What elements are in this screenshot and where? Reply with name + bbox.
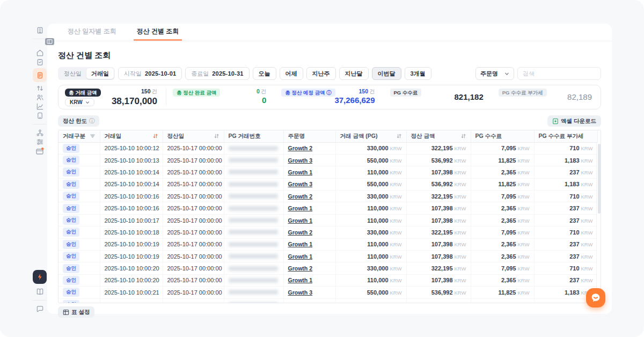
sort-icon[interactable]: [396, 133, 402, 139]
quick-range-3[interactable]: 지난달: [339, 67, 369, 80]
amount-cell: 110,000KRW: [335, 166, 406, 178]
search-input[interactable]: [517, 67, 601, 80]
order-name-link[interactable]: Growth 1: [288, 241, 313, 247]
column-header-3[interactable]: PG 거래번호: [224, 130, 283, 142]
chart-icon[interactable]: [33, 102, 47, 111]
sort-icon[interactable]: [152, 133, 158, 139]
order-name-link[interactable]: Growth 1: [288, 169, 313, 175]
filter-icon[interactable]: [90, 133, 96, 139]
quick-range-1[interactable]: 어제: [280, 67, 303, 80]
chat-icon[interactable]: [33, 304, 47, 313]
end-date-picker[interactable]: 종료일 2025-10-31: [185, 67, 249, 80]
order-name-link[interactable]: Growth 1: [288, 302, 313, 303]
pg-fee-cell: 7,095KRW: [471, 191, 534, 202]
order-name-link[interactable]: Growth 2: [288, 265, 313, 272]
order-name-link[interactable]: Growth 3: [288, 181, 313, 187]
search-category-select[interactable]: 주문명: [475, 67, 514, 80]
sort-icon[interactable]: [214, 133, 219, 139]
order-name-link[interactable]: Growth 2: [288, 145, 313, 151]
pg-fee-vat-cell: 237KRW: [534, 214, 597, 226]
trade-date-cell: 2025-10-10 10:00:20: [100, 274, 163, 286]
column-header-6[interactable]: 정산 금액: [406, 130, 471, 142]
settlement-table: 거래구분거래일정산일PG 거래번호주문명거래 금액 (PG)정산 금액PG 수수…: [58, 130, 601, 303]
pg-fee-cell: 2,365KRW: [471, 166, 534, 178]
trade-date-cell: 2025-10-10 10:00:12: [100, 142, 163, 154]
settlement-document-icon[interactable]: [33, 68, 47, 82]
start-date-picker[interactable]: 시작일 2025-10-01: [118, 67, 182, 80]
settlement-expected-value: 37,266,629: [334, 96, 375, 106]
date-type-settlement[interactable]: 정산일: [59, 68, 86, 79]
hierarchy-icon[interactable]: [33, 128, 47, 137]
home-icon[interactable]: [33, 48, 47, 57]
table-scrollbar[interactable]: [596, 143, 601, 303]
table-settings-button[interactable]: 표 설정: [58, 306, 94, 318]
pg-txn-blurred: [229, 194, 278, 199]
column-header-4[interactable]: 주문명: [283, 130, 335, 142]
order-name-link[interactable]: Growth 3: [288, 289, 313, 296]
pg-fee-cell: 2,365KRW: [471, 238, 534, 250]
transfer-icon[interactable]: [33, 84, 47, 93]
quick-range-2[interactable]: 지난주: [306, 67, 336, 80]
pg-txn-blurred: [229, 230, 278, 235]
status-badge: 승인: [63, 240, 79, 249]
column-header-2[interactable]: 정산일: [163, 130, 224, 142]
excel-download-button[interactable]: 엑셀 다운로드: [547, 115, 601, 127]
order-name-link[interactable]: Growth 3: [288, 157, 313, 164]
amount-cell: 550,000KRW: [335, 287, 406, 298]
column-header-8[interactable]: PG 수수료 부가세: [534, 130, 597, 142]
excel-file-icon: [552, 118, 559, 124]
clipboard-icon[interactable]: [33, 57, 47, 67]
settle-date-cell: 2025-10-17 00:00:00: [163, 178, 224, 190]
total-transaction-badge: 총 거래 금액: [65, 89, 101, 97]
tab-settlement-by-date[interactable]: 정산 일자별 조회: [64, 24, 120, 41]
total-transaction-count: 150: [141, 88, 151, 94]
order-name-link[interactable]: Growth 2: [288, 193, 313, 200]
quick-range-0[interactable]: 오늘: [253, 67, 276, 80]
pg-fee-cell: 11,825KRW: [471, 287, 534, 298]
order-name-link[interactable]: Growth 2: [288, 229, 313, 236]
settlement-limit-button[interactable]: 정산 한도ⓘ: [58, 115, 99, 127]
pg-txn-blurred: [229, 146, 278, 151]
order-name-link[interactable]: Growth 1: [288, 253, 313, 260]
app-window: 정산 일자별 조회 정산 건별 조회 정산 건별 조회 정산일 거래일 시작일 …: [0, 0, 644, 337]
status-badge: 승인: [63, 288, 79, 297]
order-name-link[interactable]: Growth 1: [288, 277, 313, 283]
currency-select[interactable]: KRW: [65, 98, 94, 106]
tab-settlement-by-item[interactable]: 정산 건별 조회: [134, 24, 182, 41]
table-row: 승인2025-10-10 10:00:162025-10-17 00:00:00…: [58, 191, 597, 202]
table-row: 승인2025-10-10 10:00:142025-10-17 00:00:00…: [58, 166, 597, 178]
info-icon: ⓘ: [326, 90, 332, 96]
column-header-7[interactable]: PG 수수료: [471, 130, 534, 142]
settle-amount-cell: 322,195KRW: [406, 262, 471, 274]
scrollbar-thumb[interactable]: [598, 144, 601, 214]
sort-icon[interactable]: [460, 133, 466, 139]
settle-amount-cell: 322,195KRW: [406, 142, 471, 154]
settle-date-cell: 2025-10-17 00:00:00: [163, 154, 224, 166]
trade-date-cell: 2025-10-10 10:00:21: [100, 298, 163, 303]
spark-icon[interactable]: [33, 270, 47, 284]
settle-date-cell: 2025-10-17 00:00:00: [163, 274, 224, 286]
settle-amount-cell: 536,992KRW: [406, 154, 471, 166]
card-icon[interactable]: [33, 146, 47, 156]
column-header-1[interactable]: 거래일: [100, 130, 163, 142]
device-icon[interactable]: [33, 111, 47, 120]
settlement-expected-badge[interactable]: 총 정산 예정 금액 ⓘ: [281, 89, 335, 97]
column-header-0[interactable]: 거래구분: [58, 130, 100, 142]
sidebar-collapse-button[interactable]: [45, 38, 54, 45]
quick-range-4[interactable]: 이번달: [372, 67, 401, 80]
settle-amount-cell: 107,398KRW: [406, 214, 471, 226]
chat-launcher-button[interactable]: [586, 288, 605, 307]
guide-book-icon[interactable]: [33, 287, 47, 296]
table-row: 승인2025-10-10 10:00:192025-10-17 00:00:00…: [58, 251, 597, 262]
amount-cell: 110,000KRW: [335, 274, 406, 286]
order-name-link[interactable]: Growth 1: [288, 217, 313, 224]
sliders-icon[interactable]: [33, 137, 47, 146]
settle-amount-cell: 322,195KRW: [406, 191, 471, 202]
users-icon[interactable]: [33, 93, 47, 102]
column-header-5[interactable]: 거래 금액 (PG): [335, 130, 406, 142]
total-transaction-value: 38,170,000: [112, 96, 157, 107]
company-icon[interactable]: [33, 26, 47, 35]
date-type-transaction[interactable]: 거래일: [86, 68, 114, 79]
quick-range-5[interactable]: 3개월: [405, 67, 431, 80]
order-name-link[interactable]: Growth 1: [288, 205, 313, 211]
